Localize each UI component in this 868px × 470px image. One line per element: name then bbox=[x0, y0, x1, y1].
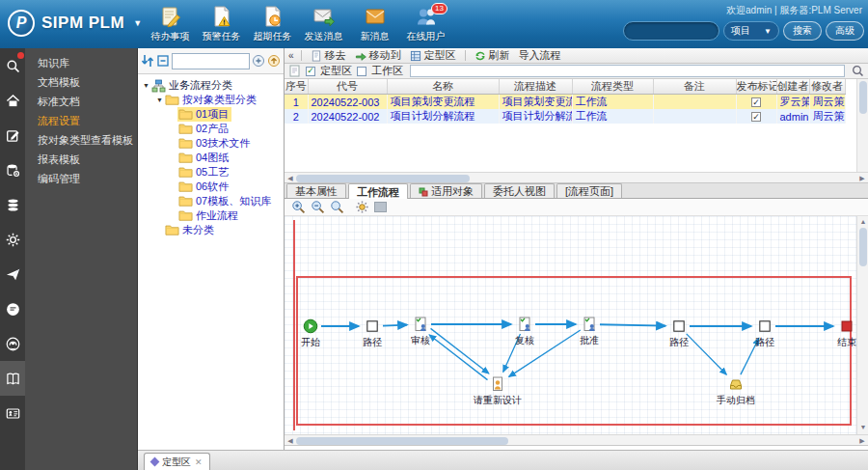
scroll-right-icon[interactable]: ▶ bbox=[857, 174, 867, 183]
table-row[interactable]: 220240522-002项目计划分解流程项目计划分解流程工作流✓admin周云… bbox=[285, 109, 845, 124]
tree-item[interactable]: 未分类 bbox=[140, 223, 284, 237]
workflow-node-recheck[interactable] bbox=[517, 317, 532, 332]
menu-item[interactable]: 流程设置 bbox=[25, 111, 137, 130]
scroll-right-icon[interactable]: ▶ bbox=[857, 436, 867, 446]
search-category-select[interactable]: 项目 ▼ bbox=[723, 21, 779, 41]
work-area-checkbox[interactable] bbox=[357, 67, 366, 76]
workflow-node-p3[interactable] bbox=[757, 318, 773, 334]
quick-action-send[interactable]: 发送消息 bbox=[298, 4, 349, 46]
menu-item[interactable]: 报表模板 bbox=[25, 150, 137, 169]
quick-action-warning[interactable]: 预警任务 bbox=[196, 4, 247, 46]
column-header[interactable]: 发布标记 bbox=[736, 79, 776, 95]
global-search-input[interactable] bbox=[623, 21, 719, 41]
tree-item[interactable]: 作业流程 bbox=[140, 208, 284, 223]
column-header[interactable]: 名称 bbox=[387, 79, 499, 95]
scroll-left-icon[interactable]: ◀ bbox=[285, 174, 295, 183]
workflow-node-redesign[interactable] bbox=[490, 376, 505, 392]
expand-all-icon[interactable] bbox=[141, 54, 154, 68]
quick-action-users[interactable]: 在线用户13 bbox=[400, 4, 451, 46]
published-checkbox[interactable]: ✓ bbox=[751, 112, 761, 122]
tree-item[interactable]: 07模板、知识库 bbox=[140, 194, 284, 208]
workflow-node-archive[interactable] bbox=[728, 376, 744, 392]
rail-book-icon[interactable] bbox=[0, 361, 25, 396]
tree-item[interactable]: ▼业务流程分类 bbox=[140, 78, 284, 93]
workflow-node-p2[interactable] bbox=[671, 318, 687, 334]
panel-collapse-icon[interactable]: « bbox=[288, 50, 292, 61]
rail-db-icon[interactable] bbox=[0, 187, 25, 222]
tree-item[interactable]: 02产品 bbox=[140, 122, 284, 136]
tab-委托人视图[interactable]: 委托人视图 bbox=[484, 183, 555, 198]
column-header[interactable]: 备注 bbox=[653, 79, 736, 95]
menu-item[interactable]: 按对象类型查看模板 bbox=[25, 130, 137, 150]
zoom-in-icon[interactable] bbox=[291, 200, 306, 214]
workflow-node-p1[interactable] bbox=[365, 318, 380, 334]
tree-item[interactable]: 03技术文件 bbox=[140, 136, 284, 151]
tree-item[interactable]: 06软件 bbox=[140, 180, 284, 194]
table-horizontal-scrollbar[interactable]: ◀ ▶ bbox=[285, 172, 868, 183]
diagram-vertical-scrollbar[interactable]: ▲ ▼ bbox=[856, 216, 868, 434]
toolbar-refresh-button[interactable]: 刷新 bbox=[475, 48, 510, 63]
tree-item[interactable]: ▼按对象类型分类 bbox=[140, 93, 284, 107]
diagram-snapshot-icon[interactable] bbox=[374, 202, 387, 212]
diagram-settings-gear-icon[interactable] bbox=[355, 200, 369, 214]
quick-action-todo[interactable]: 待办事项 bbox=[145, 4, 196, 46]
scroll-up-icon[interactable]: ▲ bbox=[858, 217, 868, 227]
workflow-node-end[interactable] bbox=[839, 318, 854, 334]
workflow-node-start[interactable] bbox=[303, 318, 318, 334]
flow-filter-input[interactable] bbox=[410, 65, 845, 77]
menu-item[interactable]: 文档模板 bbox=[25, 72, 137, 92]
toolbar-move-to-button[interactable]: 移动到 bbox=[355, 48, 401, 63]
column-header[interactable]: 流程类型 bbox=[572, 79, 653, 95]
quick-action-newmsg[interactable]: 新消息 bbox=[349, 4, 400, 46]
app-logo[interactable]: P SIPM PLM ▼ bbox=[8, 10, 142, 37]
published-checkbox[interactable]: ✓ bbox=[751, 97, 761, 107]
tree-item[interactable]: 05工艺 bbox=[140, 165, 284, 180]
collapse-all-icon[interactable] bbox=[156, 54, 170, 68]
rail-headset-icon[interactable] bbox=[0, 326, 25, 361]
advanced-search-button[interactable]: 高级 bbox=[826, 21, 864, 41]
toolbar-import-button[interactable]: 导入流程 bbox=[519, 48, 561, 63]
column-header[interactable]: 序号 bbox=[285, 79, 308, 95]
rail-db-gear-icon[interactable] bbox=[0, 152, 25, 187]
locate-plus-icon[interactable] bbox=[252, 54, 265, 68]
rail-plane-icon[interactable] bbox=[0, 257, 25, 291]
table-vertical-scrollbar[interactable] bbox=[856, 79, 868, 172]
tree-item[interactable]: 01项目 bbox=[140, 107, 284, 122]
rail-gear-icon[interactable] bbox=[0, 222, 25, 257]
tab-流程页面[interactable]: [流程页面] bbox=[556, 183, 622, 198]
tree-search-input[interactable] bbox=[172, 53, 250, 69]
rail-chat-icon[interactable] bbox=[0, 291, 25, 326]
diagram-horizontal-scrollbar[interactable]: ◀ ▶ bbox=[285, 434, 868, 446]
zoom-reset-icon[interactable] bbox=[330, 200, 344, 214]
menu-item[interactable]: 知识库 bbox=[25, 53, 137, 72]
logo-caret-icon[interactable]: ▼ bbox=[133, 18, 142, 28]
finalized-area-bottom-tab[interactable]: 定型区 ✕ bbox=[144, 453, 210, 470]
zoom-out-icon[interactable] bbox=[311, 200, 325, 214]
rail-idcard-icon[interactable] bbox=[0, 396, 25, 430]
column-header[interactable]: 代号 bbox=[308, 79, 387, 95]
tab-基本属性[interactable]: 基本属性 bbox=[286, 183, 346, 198]
quick-action-overdue[interactable]: 超期任务 bbox=[247, 4, 298, 46]
workflow-node-review[interactable] bbox=[413, 317, 428, 332]
rail-home-icon[interactable] bbox=[0, 83, 25, 118]
scroll-down-icon[interactable]: ▼ bbox=[858, 423, 868, 432]
workflow-node-approve[interactable] bbox=[582, 317, 597, 332]
tree-caret-icon[interactable]: ▼ bbox=[155, 97, 164, 103]
column-header[interactable]: 修改者 bbox=[809, 79, 845, 95]
table-row[interactable]: 120240522-003项目策划变更流程项目策划变更流程工作流✓罗云策周云策 bbox=[285, 95, 845, 110]
scroll-left-icon[interactable]: ◀ bbox=[285, 436, 295, 446]
tab-工作流程[interactable]: 工作流程 bbox=[348, 183, 408, 199]
toolbar-finalize-button[interactable]: 定型区 bbox=[410, 48, 456, 63]
search-button[interactable]: 搜索 bbox=[783, 21, 822, 41]
menu-item[interactable]: 标准文档 bbox=[25, 92, 137, 111]
workflow-diagram-canvas[interactable]: 开始路径审核复核批准路径路径结束请重新设计手动归档 bbox=[285, 216, 856, 434]
menu-item[interactable]: 编码管理 bbox=[25, 169, 137, 188]
rail-edit-icon[interactable] bbox=[0, 118, 25, 152]
column-header[interactable]: 流程描述 bbox=[499, 79, 572, 95]
finalized-area-checkbox[interactable]: ✓ bbox=[306, 67, 315, 76]
column-header[interactable]: 创建者 bbox=[776, 79, 809, 95]
locate-up-icon[interactable] bbox=[267, 54, 281, 68]
search-icon[interactable] bbox=[852, 65, 864, 77]
tree-item[interactable]: 04图纸 bbox=[140, 151, 284, 165]
toolbar-remove-button[interactable]: 移去 bbox=[311, 48, 346, 63]
